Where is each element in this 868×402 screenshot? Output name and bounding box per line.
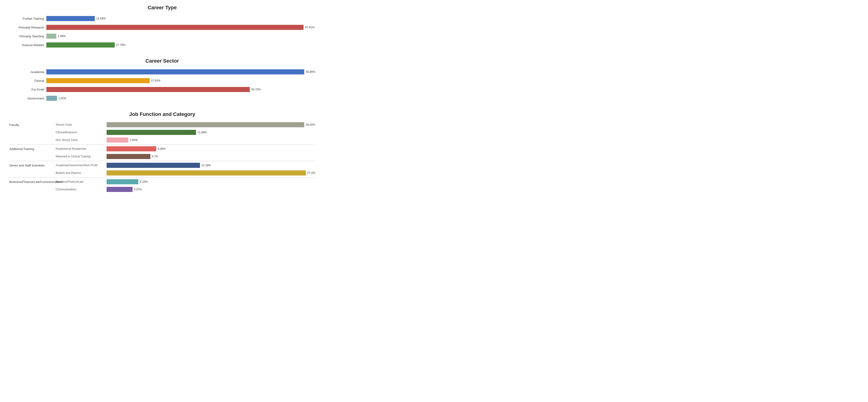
jf-subcategory: Communications xyxy=(56,188,106,191)
jf-subcategory: Tenure-Track xyxy=(56,123,106,126)
bar xyxy=(46,96,57,101)
career-sector-section: Career Sector Academia 45.85% Clinical 1… xyxy=(9,58,315,102)
bar-row: Clinical 17.62% xyxy=(9,77,315,84)
bar-row: For-Profit 34.72% xyxy=(9,86,315,93)
jf-subcategory: Postdoctoral Researcher xyxy=(56,147,106,150)
bar-label: Primarily Teaching xyxy=(9,34,46,38)
jf-subcategory: Business/Finance/Law xyxy=(56,180,106,183)
jf-bar-container: 3.37% xyxy=(106,187,315,192)
bar-container: 17.62% xyxy=(46,78,315,84)
bar xyxy=(46,42,115,48)
bar-row: Primarily Teaching 2.58% xyxy=(9,32,315,40)
bar-value: 17.78% xyxy=(116,44,126,47)
career-type-title: Career Type xyxy=(9,5,315,11)
jf-subcategory: Academia/Government/Non-Profit xyxy=(56,164,106,167)
jf-bar-container: 26.42% xyxy=(106,122,315,127)
bar xyxy=(46,87,250,92)
jf-row: Biotech and Pharma 27.2% xyxy=(9,170,315,176)
jf-subcategory: Returned to Clinical Training xyxy=(56,155,106,158)
jf-row: Returned to Clinical Training 5.7% xyxy=(9,153,315,160)
jf-bar-container: 5.7% xyxy=(106,154,315,159)
jf-category: Business/Finance/Law/Communications xyxy=(9,180,56,183)
job-function-section: Job Function and Category Faculty Tenure… xyxy=(9,111,315,193)
jf-bar-value: 4.15% xyxy=(140,180,148,183)
bar-value: 17.62% xyxy=(151,79,161,82)
bar-value: 67.01% xyxy=(305,26,314,29)
jf-category: Additional Training xyxy=(9,147,56,151)
jf-subcategory: Biotech and Pharma xyxy=(56,171,106,175)
jf-bar xyxy=(106,154,150,159)
jf-bar-value: 26.42% xyxy=(306,123,315,126)
jf-bar xyxy=(106,179,138,184)
jf-bar-value: 6.48% xyxy=(158,147,165,150)
jf-bar-value: 27.2% xyxy=(307,171,315,175)
bar-label: Academia xyxy=(9,70,46,74)
bar-row: Government 1.81% xyxy=(9,94,315,102)
jf-bar xyxy=(106,163,200,168)
career-type-chart: Further Training 12.63% Primarily Resear… xyxy=(9,15,315,49)
career-sector-chart: Academia 45.85% Clinical 17.62% For-Prof… xyxy=(9,68,315,102)
bar-row: Further Training 12.63% xyxy=(9,15,315,22)
jf-bar-container: 2.85% xyxy=(106,138,315,143)
jf-row: Additional Training Postdoctoral Researc… xyxy=(9,146,315,152)
jf-bar-value: 11.66% xyxy=(197,131,207,134)
jf-row: Senior and Staff Scientists Academia/Gov… xyxy=(9,162,315,169)
bar-label: Further Training xyxy=(9,17,46,20)
jf-bar xyxy=(106,146,156,151)
bar-value: 1.81% xyxy=(58,97,66,100)
bar-row: Academia 45.85% xyxy=(9,68,315,76)
jf-bar-value: 5.7% xyxy=(152,155,158,158)
bar-label: Primarily Research xyxy=(9,26,46,29)
jf-bar-value: 2.85% xyxy=(130,138,137,142)
bar-container: 1.81% xyxy=(46,95,315,101)
bar-row: Primarily Research 67.01% xyxy=(9,24,315,31)
jf-bar-container: 6.48% xyxy=(106,146,315,151)
jf-category: Senior and Staff Scientists xyxy=(9,164,56,167)
bar xyxy=(46,25,304,30)
bar-value: 34.72% xyxy=(251,88,261,91)
bar-value: 2.58% xyxy=(58,34,66,38)
jf-subcategory: Clinical/Research xyxy=(56,131,106,134)
jf-bar xyxy=(106,138,128,143)
bar-value: 45.85% xyxy=(306,70,315,74)
job-function-chart: Faculty Tenure-Track 26.42% Clinical/Res… xyxy=(9,121,315,193)
jf-category: Faculty xyxy=(9,123,56,126)
jf-bar-container: 12.18% xyxy=(106,163,315,168)
job-function-title: Job Function and Category xyxy=(9,111,315,117)
career-sector-title: Career Sector xyxy=(9,58,315,64)
bar-container: 2.58% xyxy=(46,33,315,39)
jf-bar xyxy=(106,187,132,192)
bar-container: 34.72% xyxy=(46,86,315,92)
bar-container: 12.63% xyxy=(46,16,315,22)
bar-label: Government xyxy=(9,97,46,100)
bar-container: 17.78% xyxy=(46,42,315,48)
jf-bar-value: 12.18% xyxy=(202,164,211,167)
jf-row: Faculty Tenure-Track 26.42% xyxy=(9,121,315,128)
jf-subcategory: Non-Tenure Track xyxy=(56,138,106,142)
jf-bar-container: 11.66% xyxy=(106,130,315,135)
jf-bar xyxy=(106,122,304,127)
bar-container: 67.01% xyxy=(46,24,315,30)
career-type-section: Career Type Further Training 12.63% Prim… xyxy=(9,5,315,49)
jf-bar-container: 27.2% xyxy=(106,170,315,175)
jf-row: Clinical/Research 11.66% xyxy=(9,129,315,136)
jf-row: Communications 3.37% xyxy=(9,186,315,193)
jf-row: Non-Tenure Track 2.85% xyxy=(9,137,315,143)
jf-bar xyxy=(106,170,306,175)
jf-bar-container: 4.15% xyxy=(106,179,315,184)
bar xyxy=(46,69,304,75)
bar-row: Science-Related 17.78% xyxy=(9,41,315,49)
jf-bar xyxy=(106,130,196,135)
bar xyxy=(46,16,95,21)
jf-row: Business/Finance/Law/Communications Busi… xyxy=(9,178,315,185)
bar-label: Science-Related xyxy=(9,44,46,47)
bar-label: For-Profit xyxy=(9,88,46,91)
bar-label: Clinical xyxy=(9,79,46,83)
bar xyxy=(46,34,56,39)
jf-bar-value: 3.37% xyxy=(134,188,142,191)
bar-value: 12.63% xyxy=(96,17,106,20)
bar-container: 45.85% xyxy=(46,69,315,75)
bar xyxy=(46,78,150,83)
